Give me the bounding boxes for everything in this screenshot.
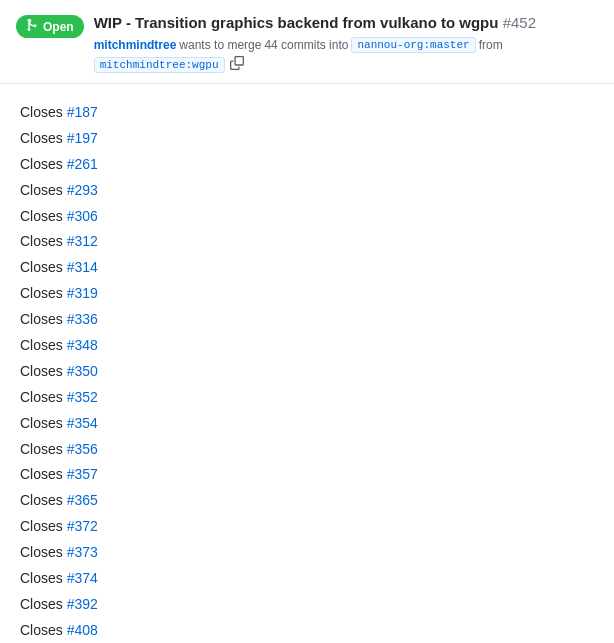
- closes-text: Closes: [20, 233, 67, 249]
- closes-list: Closes #187Closes #197Closes #261Closes …: [20, 100, 594, 643]
- closes-item: Closes #187: [20, 100, 594, 126]
- closes-text: Closes: [20, 130, 67, 146]
- pr-meta-from: from: [479, 38, 503, 52]
- open-badge[interactable]: Open: [16, 15, 84, 38]
- pr-number: #452: [503, 14, 536, 31]
- closes-item: Closes #372: [20, 514, 594, 540]
- pr-author-link[interactable]: mitchmindtree: [94, 38, 177, 52]
- closes-link[interactable]: #187: [67, 104, 98, 120]
- closes-text: Closes: [20, 389, 67, 405]
- closes-item: Closes #197: [20, 126, 594, 152]
- closes-item: Closes #293: [20, 178, 594, 204]
- closes-text: Closes: [20, 544, 67, 560]
- closes-text: Closes: [20, 182, 67, 198]
- closes-link[interactable]: #357: [67, 466, 98, 482]
- pr-meta: mitchmindtree wants to merge 44 commits …: [94, 37, 598, 73]
- copy-branch-icon[interactable]: [230, 56, 244, 73]
- badge-label: Open: [43, 20, 74, 34]
- closes-item: Closes #374: [20, 566, 594, 592]
- closes-text: Closes: [20, 570, 67, 586]
- closes-item: Closes #261: [20, 152, 594, 178]
- closes-link[interactable]: #374: [67, 570, 98, 586]
- closes-link[interactable]: #356: [67, 441, 98, 457]
- closes-text: Closes: [20, 363, 67, 379]
- head-branch-tag[interactable]: mitchmindtree:wgpu: [94, 57, 225, 73]
- pr-title-text: WIP - Transition graphics backend from v…: [94, 14, 499, 31]
- closes-link[interactable]: #197: [67, 130, 98, 146]
- closes-text: Closes: [20, 518, 67, 534]
- closes-item: Closes #348: [20, 333, 594, 359]
- closes-text: Closes: [20, 285, 67, 301]
- closes-text: Closes: [20, 466, 67, 482]
- closes-link[interactable]: #336: [67, 311, 98, 327]
- git-merge-icon: [26, 19, 38, 34]
- closes-link[interactable]: #372: [67, 518, 98, 534]
- closes-link[interactable]: #408: [67, 622, 98, 638]
- closes-item: Closes #336: [20, 307, 594, 333]
- closes-item: Closes #306: [20, 204, 594, 230]
- closes-link[interactable]: #392: [67, 596, 98, 612]
- pr-title-line: WIP - Transition graphics backend from v…: [94, 12, 598, 33]
- closes-item: Closes #352: [20, 385, 594, 411]
- closes-text: Closes: [20, 337, 67, 353]
- closes-item: Closes #350: [20, 359, 594, 385]
- closes-item: Closes #319: [20, 281, 594, 307]
- closes-link[interactable]: #314: [67, 259, 98, 275]
- closes-link[interactable]: #350: [67, 363, 98, 379]
- closes-item: Closes #408: [20, 618, 594, 643]
- closes-item: Closes #354: [20, 411, 594, 437]
- closes-item: Closes #312: [20, 229, 594, 255]
- pr-meta-action: wants to merge: [179, 38, 261, 52]
- closes-text: Closes: [20, 208, 67, 224]
- closes-link[interactable]: #365: [67, 492, 98, 508]
- closes-text: Closes: [20, 311, 67, 327]
- closes-item: Closes #373: [20, 540, 594, 566]
- closes-item: Closes #357: [20, 462, 594, 488]
- base-branch-tag[interactable]: nannou-org:master: [351, 37, 475, 53]
- closes-link[interactable]: #373: [67, 544, 98, 560]
- closes-link[interactable]: #306: [67, 208, 98, 224]
- closes-link[interactable]: #348: [67, 337, 98, 353]
- pr-meta-commits: 44 commits into: [264, 38, 348, 52]
- pr-header: Open WIP - Transition graphics backend f…: [0, 0, 614, 84]
- closes-link[interactable]: #352: [67, 389, 98, 405]
- closes-link[interactable]: #319: [67, 285, 98, 301]
- closes-text: Closes: [20, 104, 67, 120]
- closes-link[interactable]: #312: [67, 233, 98, 249]
- closes-item: Closes #314: [20, 255, 594, 281]
- closes-text: Closes: [20, 415, 67, 431]
- closes-text: Closes: [20, 156, 67, 172]
- closes-text: Closes: [20, 596, 67, 612]
- closes-link[interactable]: #261: [67, 156, 98, 172]
- closes-text: Closes: [20, 492, 67, 508]
- closes-text: Closes: [20, 441, 67, 457]
- closes-text: Closes: [20, 622, 67, 638]
- closes-item: Closes #356: [20, 437, 594, 463]
- closes-item: Closes #365: [20, 488, 594, 514]
- closes-link[interactable]: #293: [67, 182, 98, 198]
- closes-text: Closes: [20, 259, 67, 275]
- pr-info: WIP - Transition graphics backend from v…: [94, 12, 598, 73]
- pr-body: Closes #187Closes #197Closes #261Closes …: [0, 84, 614, 643]
- closes-item: Closes #392: [20, 592, 594, 618]
- closes-link[interactable]: #354: [67, 415, 98, 431]
